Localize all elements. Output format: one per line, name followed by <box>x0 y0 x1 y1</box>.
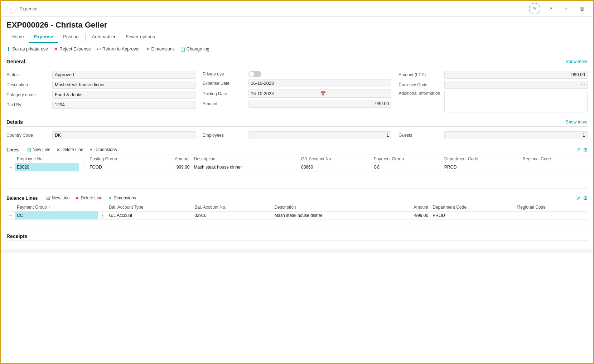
general-section: General Show more Status Approved Descri… <box>1 55 593 116</box>
amount-lcy-label: Amount (LCY) <box>399 72 441 77</box>
guests-value[interactable]: 1 <box>444 131 588 139</box>
tabs-bar: Home Expense Posting Automate ▾ Fewer op… <box>1 31 593 43</box>
calendar-icon[interactable]: 📅 <box>320 91 389 96</box>
delete-button[interactable]: 🗑 <box>576 3 588 14</box>
col-bal-account-type: Bal. Account Type <box>107 203 192 212</box>
balance-row-dots[interactable]: ⋮ <box>98 212 107 220</box>
posting-group-cell[interactable]: FOOD <box>87 163 153 171</box>
balance-account-no-cell[interactable]: 02910 <box>192 212 272 220</box>
set-private-use-button[interactable]: ⬆ Set as private use <box>6 46 48 52</box>
tab-expense[interactable]: Expense <box>29 31 58 43</box>
balance-grid-icon[interactable]: ⊞ <box>583 195 588 201</box>
share-icon: ↗ <box>549 6 552 11</box>
additional-info-field[interactable] <box>444 91 588 112</box>
status-label: Status <box>6 72 49 77</box>
ellipsis-icon[interactable]: ⋯ <box>581 82 585 87</box>
description-cell[interactable]: Mash steak house dinner <box>192 163 299 171</box>
dimensions-button[interactable]: ✦ Dimensions <box>146 46 175 52</box>
table-row[interactable]: → E0020 ⋮ FOOD 999.00 Mash steak house d… <box>6 163 588 171</box>
gl-account-cell[interactable]: 03660 <box>299 163 372 171</box>
back-button[interactable]: ← <box>6 4 16 14</box>
col-regional-code: Regional Code <box>521 155 588 163</box>
amount-lcy-value[interactable]: 999.00 <box>444 71 588 79</box>
employees-value[interactable]: 1 <box>248 131 392 139</box>
return-to-approver-button[interactable]: ↩ Return to Approver <box>97 46 140 52</box>
general-show-more[interactable]: Show more <box>566 59 588 64</box>
tab-posting[interactable]: Posting <box>58 31 83 43</box>
col-amount: Amount <box>153 155 192 163</box>
lines-dimensions-icon: ✦ <box>89 147 93 152</box>
lines-new-line-button[interactable]: ⊞ New Line <box>27 147 50 152</box>
payment-group-cell[interactable]: CC <box>372 163 442 171</box>
details-show-more[interactable]: Show more <box>566 120 588 125</box>
amount-label: Amount <box>203 101 246 106</box>
lines-grid-icon[interactable]: ⊞ <box>583 147 588 152</box>
table-row-empty <box>6 220 588 228</box>
col-description: Description <box>192 155 299 163</box>
currency-code-field[interactable]: ⋯ <box>444 81 588 89</box>
amount-cell[interactable]: 999.00 <box>153 163 192 171</box>
currency-code-label: Currency Code <box>399 82 441 87</box>
edit-button[interactable]: ✎ <box>529 3 540 14</box>
private-use-label: Private use <box>203 72 246 77</box>
balance-description-cell[interactable]: Mash steak house dinner <box>272 212 388 220</box>
lines-delete-line-button[interactable]: ✕ Delete Line <box>56 147 83 152</box>
reject-expense-button[interactable]: ✕ Reject Expense <box>54 46 91 52</box>
toolbar: ⬆ Set as private use ✕ Reject Expense ↩ … <box>1 43 593 55</box>
change-log-button[interactable]: ◫ Change log <box>180 46 209 52</box>
employees-label: Employees <box>203 133 246 138</box>
posting-date-field[interactable]: 16-10-2023 📅 <box>248 89 392 98</box>
share-button[interactable]: ↗ <box>545 3 556 14</box>
col-dept-code: Department Code <box>442 155 521 163</box>
employee-no-cell[interactable]: E0020 <box>15 163 79 171</box>
balance-delete-line-icon: ✕ <box>75 195 79 201</box>
balance-amount-cell[interactable]: -999.00 <box>388 212 430 220</box>
upload-icon: ⬆ <box>6 46 11 52</box>
balance-new-line-button[interactable]: ⊞ New Line <box>46 195 69 201</box>
table-row[interactable]: → CC ⋮ G/L Account 02910 Mash steak hous… <box>6 212 588 220</box>
lines-export-icon[interactable]: ⬀ <box>576 147 580 152</box>
details-section: Details Show more Country Code DK Employ… <box>1 116 593 142</box>
regional-code-cell[interactable] <box>521 163 588 171</box>
expense-date-label: Expense Date <box>203 81 246 86</box>
add-icon: + <box>565 6 568 11</box>
balance-lines-section: Balance Lines ⊞ New Line ✕ Delete Line ✦… <box>1 191 593 230</box>
tab-fewer-options[interactable]: Fewer options <box>121 31 160 43</box>
balance-dept-code-cell[interactable]: PROD <box>430 212 515 220</box>
dept-code-cell[interactable]: PROD <box>442 163 521 171</box>
description-value[interactable]: Mash steak house dinner <box>52 81 195 89</box>
country-code-value[interactable]: DK <box>52 131 195 139</box>
balance-export-icon[interactable]: ⬀ <box>576 195 580 201</box>
lines-table: Employee No. Posting Group Amount Descri… <box>6 155 588 189</box>
balance-regional-code-cell[interactable] <box>515 212 588 220</box>
details-title: Details <box>6 119 23 125</box>
table-row-empty <box>6 171 588 180</box>
balance-delete-line-button[interactable]: ✕ Delete Line <box>75 195 102 201</box>
col-payment-group: Payment Group <box>372 155 442 163</box>
amount-value[interactable]: 999.00 <box>248 100 392 108</box>
paid-by-value[interactable]: 1234 <box>52 101 195 109</box>
balance-account-type-cell[interactable]: G/L Account <box>107 212 192 220</box>
col-bal-dept-code: Department Code <box>430 203 515 212</box>
scrollbar[interactable] <box>1 249 593 253</box>
col-payment-group: Payment Group ↑ <box>15 203 98 212</box>
lines-dimensions-button[interactable]: ✦ Dimensions <box>89 147 117 152</box>
balance-payment-group-cell[interactable]: CC <box>15 212 98 220</box>
balance-dimensions-button[interactable]: ✦ Dimensions <box>108 195 136 201</box>
expense-date-value[interactable]: 16-10-2023 <box>248 79 392 87</box>
changelog-icon: ◫ <box>180 46 185 52</box>
status-value: Approved <box>52 71 195 79</box>
col-bal-amount: Amount <box>388 203 430 212</box>
return-icon: ↩ <box>97 46 101 52</box>
col-bal-regional-code: Regional Code <box>515 203 588 212</box>
col-posting-group: Posting Group <box>87 155 153 163</box>
country-code-label: Country Code <box>6 133 49 138</box>
tab-automate[interactable]: Automate ▾ <box>87 31 121 43</box>
dimensions-icon: ✦ <box>146 46 150 52</box>
private-use-toggle[interactable] <box>248 71 261 77</box>
add-button[interactable]: + <box>560 3 572 14</box>
general-title: General <box>6 59 25 64</box>
category-value[interactable]: Food & drinks <box>52 91 195 99</box>
tab-home[interactable]: Home <box>6 31 29 43</box>
row-dots[interactable]: ⋮ <box>79 163 87 171</box>
